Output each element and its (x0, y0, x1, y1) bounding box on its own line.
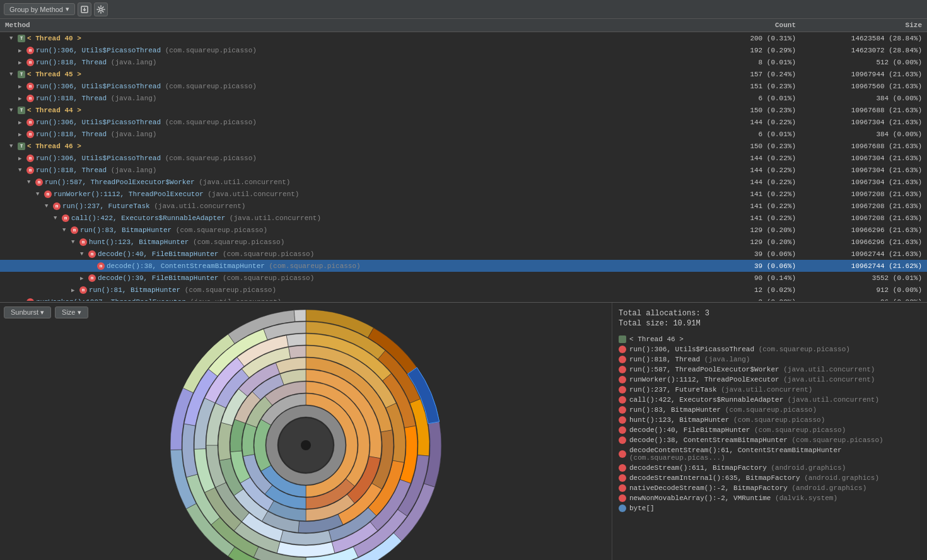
table-row[interactable]: ▼T< Thread 44 >150 (0.23%)10967688 (21.6… (0, 104, 927, 116)
expand-arrow[interactable]: ▼ (45, 203, 51, 209)
info-item-text: run():237, FutureTask (java.util.concurr… (629, 386, 812, 394)
method-name: < Thread 44 > (27, 107, 81, 114)
table-row[interactable]: ▶mrun():306, Utils$PicassoThread (com.sq… (0, 116, 927, 128)
expand-arrow[interactable]: ▼ (9, 143, 16, 149)
method-name: run():306, Utils$PicassoThread (com.squa… (36, 155, 257, 162)
expand-arrow[interactable]: ▶ (18, 59, 25, 66)
group-by-dropdown[interactable]: Group by Method ▾ (4, 3, 75, 15)
method-cell: ▼mrun():818, Thread (java.lang) (0, 166, 700, 175)
table-row[interactable]: ▼mrun():818, Thread (java.lang)144 (0.22… (0, 164, 927, 176)
method-icon: m (26, 83, 34, 90)
table-row[interactable]: ▶mdecode():39, FileBitmapHunter (com.squ… (0, 272, 927, 284)
table-row[interactable]: ▼mrun():587, ThreadPoolExecutor$Worker (… (0, 176, 927, 188)
info-item-text: decodeStreamInternal():635, BitmapFactor… (629, 474, 879, 482)
count-cell: 150 (0.23%) (700, 142, 801, 151)
info-item: decode():40, FileBitmapHunter (com.squar… (619, 425, 921, 435)
method-name: decode():38, ContentStreamBitmapHunter (… (107, 262, 361, 270)
info-item-icon (619, 346, 626, 353)
table-row[interactable]: ▼T< Thread 46 >150 (0.23%)10967688 (21.6… (0, 140, 927, 152)
expand-arrow[interactable]: ▶ (71, 287, 78, 293)
expand-arrow[interactable]: ▶ (18, 299, 25, 301)
method-icon: m (35, 178, 43, 186)
table-row[interactable]: ▼mdecode():40, FileBitmapHunter (com.squ… (0, 248, 927, 260)
size-cell: 3552 (0.01%) (801, 274, 927, 283)
expand-arrow[interactable]: ▼ (54, 215, 60, 221)
export-button[interactable] (78, 3, 91, 16)
size-dropdown[interactable]: Size ▾ (55, 306, 88, 318)
method-name: run():818, Thread (java.lang) (36, 95, 156, 102)
bottom-section: Sunburst ▾ Size ▾ Total allocations: 3 T… (0, 303, 927, 560)
expand-arrow[interactable]: ▼ (9, 35, 16, 42)
table-row[interactable]: ▼T< Thread 40 >200 (0.31%)14623584 (28.8… (0, 32, 927, 44)
method-icon: m (53, 202, 61, 210)
method-cell: ▼T< Thread 44 > (0, 106, 700, 115)
chart-area: Sunburst ▾ Size ▾ (0, 303, 612, 560)
method-icon: m (44, 190, 52, 198)
info-item-text: nativeDecodeStream():-2, BitmapFactory (… (629, 484, 866, 492)
size-cell: 10967208 (21.63%) (801, 202, 927, 211)
expand-arrow[interactable]: ▶ (18, 155, 25, 161)
method-name: run():306, Utils$PicassoThread (com.squa… (36, 47, 257, 54)
expand-arrow[interactable]: ▶ (18, 119, 25, 125)
info-item-icon (619, 406, 626, 414)
expand-arrow[interactable]: ▶ (18, 47, 25, 54)
expand-arrow[interactable]: ▼ (27, 179, 33, 185)
info-item-text: runWorker():1112, ThreadPoolExecutor (ja… (629, 376, 875, 383)
size-cell: 10967560 (21.63%) (801, 82, 927, 91)
info-item: run():306, Utils$PicassoThread (com.squa… (619, 344, 921, 354)
expand-arrow[interactable]: ▶ (18, 95, 25, 102)
expand-arrow[interactable]: ▶ (18, 83, 25, 90)
dropdown-arrow: ▾ (66, 5, 69, 13)
table-row[interactable]: ▶mrun():306, Utils$PicassoThread (com.sq… (0, 80, 927, 92)
table-row[interactable]: ▶mrun():306, Utils$PicassoThread (com.sq… (0, 152, 927, 164)
table-row[interactable]: ▼T< Thread 45 >157 (0.24%)10967944 (21.6… (0, 68, 927, 80)
table-row[interactable]: ▶mrun():81, BitmapHunter (com.squareup.p… (0, 284, 927, 296)
expand-arrow[interactable]: ▼ (9, 71, 16, 78)
expand-arrow[interactable]: ▶ (80, 275, 86, 281)
table-row[interactable]: ▶mrun():818, Thread (java.lang)6 (0.01%)… (0, 92, 927, 104)
table-row[interactable]: mdecode():38, ContentStreamBitmapHunter … (0, 260, 927, 272)
expand-arrow[interactable]: ▼ (9, 107, 16, 114)
table-body[interactable]: ▼T< Thread 40 >200 (0.31%)14623584 (28.8… (0, 32, 927, 301)
info-item-text: run():306, Utils$PicassoThread (com.squa… (629, 346, 850, 353)
sunburst-chart[interactable] (104, 322, 508, 560)
method-icon: m (26, 155, 34, 162)
table-row[interactable]: ▶mrun():306, Utils$PicassoThread (com.sq… (0, 44, 927, 56)
table-row[interactable]: ▶mrun():818, Thread (java.lang)8 (0.01%)… (0, 56, 927, 68)
table-row[interactable]: ▼mhunt():123, BitmapHunter (com.squareup… (0, 236, 927, 248)
count-cell: 39 (0.06%) (700, 250, 801, 259)
expand-arrow[interactable]: ▼ (62, 227, 69, 233)
sunburst-dropdown[interactable]: Sunburst ▾ (4, 306, 51, 318)
method-icon: m (26, 59, 34, 66)
method-name: runWorker():1097, ThreadPoolExecutor (ja… (36, 298, 281, 301)
expand-arrow[interactable]: ▼ (36, 191, 42, 197)
total-allocations: Total allocations: 3 (619, 309, 921, 318)
info-item: run():83, BitmapHunter (com.squareup.pic… (619, 405, 921, 415)
table-row[interactable]: ▼mrun():83, BitmapHunter (com.squareup.p… (0, 224, 927, 236)
method-cell: ▶mrun():818, Thread (java.lang) (0, 58, 700, 67)
settings-button[interactable] (94, 3, 108, 16)
table-row[interactable]: ▼mrunWorker():1112, ThreadPoolExecutor (… (0, 188, 927, 200)
table-row[interactable]: ▼mcall():422, Executors$RunnableAdapter … (0, 212, 927, 224)
size-cell: 912 (0.00%) (801, 286, 927, 295)
table-row[interactable]: ▶mrunWorker():1097, ThreadPoolExecutor (… (0, 296, 927, 301)
method-cell: ▶mrun():818, Thread (java.lang) (0, 94, 700, 103)
expand-arrow[interactable]: ▼ (18, 167, 25, 173)
info-item-text: run():587, ThreadPoolExecutor$Worker (ja… (629, 366, 875, 373)
expand-arrow[interactable]: ▼ (71, 239, 78, 245)
method-cell: ▶mrun():306, Utils$PicassoThread (com.sq… (0, 46, 700, 55)
count-cell: 129 (0.20%) (700, 238, 801, 247)
expand-arrow[interactable] (89, 263, 95, 269)
table-row[interactable]: ▼mrun():237, FutureTask (java.util.concu… (0, 200, 927, 212)
table-row[interactable]: ▶mrun():818, Thread (java.lang)6 (0.01%)… (0, 128, 927, 140)
method-name: run():81, BitmapHunter (com.squareup.pic… (89, 286, 276, 294)
method-name: decode():39, FileBitmapHunter (com.squar… (98, 274, 314, 282)
count-cell: 8 (0.01%) (700, 58, 801, 67)
expand-arrow[interactable]: ▼ (80, 251, 86, 257)
info-item-icon (619, 450, 626, 458)
method-cell: ▼mrunWorker():1112, ThreadPoolExecutor (… (0, 190, 700, 199)
size-cell: 10967208 (21.63%) (801, 190, 927, 199)
method-name: decode():40, FileBitmapHunter (com.squar… (98, 250, 314, 258)
expand-arrow[interactable]: ▶ (18, 131, 25, 137)
size-cell: 10967208 (21.63%) (801, 214, 927, 223)
